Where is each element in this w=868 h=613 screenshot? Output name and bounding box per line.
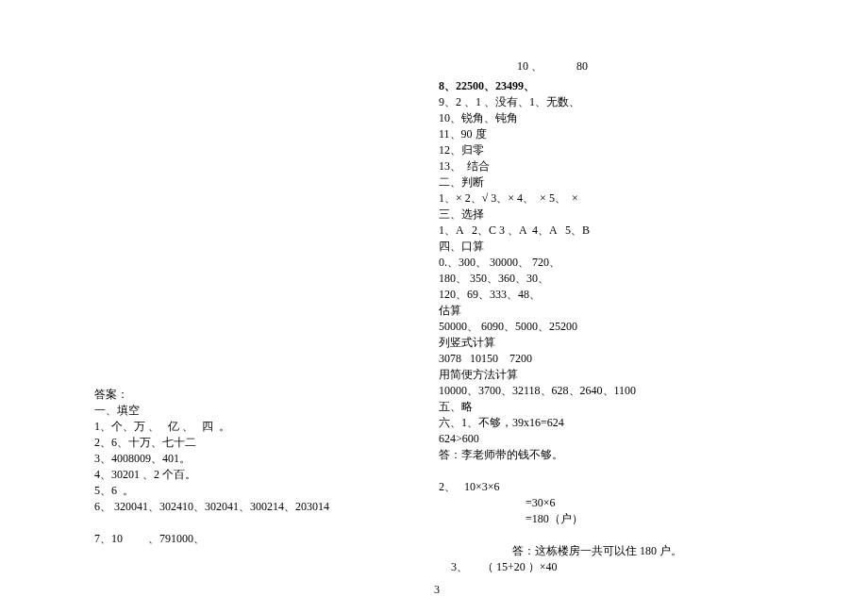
answers-heading: 答案：: [94, 387, 329, 403]
section-3-answer: 1、A 2、C 3 、A 4、A 5、B: [439, 223, 682, 239]
section-3-heading: 三、选择: [439, 207, 682, 223]
mental-calc-row1: 0.、300、 30000、 720、: [439, 255, 682, 271]
top-fragment: 10 、 80: [517, 58, 588, 75]
line-1-answer: 1、个、万 、 亿 、 四 。: [94, 419, 329, 435]
section-5-answer: 五、略: [439, 399, 682, 415]
blank-line: [94, 515, 329, 531]
line-11-answer: 11、90 度: [439, 126, 682, 142]
blank-line: [439, 463, 682, 479]
mental-calc-row3: 120、69、333、48、: [439, 287, 682, 303]
simple-answer: 10000、3700、32118、628、2640、1100: [439, 383, 682, 399]
document-page: 10 、 80 8、22500、23499、 9、2 、1 、没有、1、无数、 …: [0, 0, 868, 613]
line-5-answer: 5、6 。: [94, 483, 329, 499]
line-2-answer: 2、6、十万、七十二: [94, 435, 329, 451]
line-6-answer: 6、 320041、302410、302041、300214、203014: [94, 499, 329, 515]
page-number: 3: [434, 583, 440, 597]
simple-heading: 用简便方法计算: [439, 367, 682, 383]
line-13-answer: 13、 结合: [439, 158, 682, 174]
section-6-2-line1: 2、 10×3×6: [439, 479, 682, 495]
section-6-1-line2: 624>600: [439, 431, 682, 447]
left-column: 答案： 一、填空 1、个、万 、 亿 、 四 。 2、6、十万、七十二 3、40…: [94, 387, 329, 547]
line-4-answer: 4、30201 、2 个百。: [94, 467, 329, 483]
right-column: 8、22500、23499、 9、2 、1 、没有、1、无数、 10、锐角、钝角…: [439, 78, 682, 575]
vertical-heading: 列竖式计算: [439, 335, 682, 351]
line-3-answer: 3、4008009、401。: [94, 451, 329, 467]
line-8-answer: 8、22500、23499、: [439, 78, 682, 94]
section-6-3-line1: 3、 （ 15+20 ）×40: [439, 559, 682, 575]
line-12-answer: 12、归零: [439, 142, 682, 158]
section-6-2-line3: =180（户）: [439, 511, 682, 527]
section-6-2-answer: 答：这栋楼房一共可以住 180 户。: [439, 543, 682, 559]
section-2-heading: 二、判断: [439, 174, 682, 191]
blank-line: [439, 527, 682, 543]
mental-calc-row2: 180、 350、360、30、: [439, 271, 682, 287]
section-2-answer: 1、× 2、√ 3、× 4、 × 5、 ×: [439, 191, 682, 207]
vertical-answer: 3078 10150 7200: [439, 351, 682, 367]
estimate-heading: 估算: [439, 303, 682, 319]
section-6-1-answer: 答：李老师带的钱不够。: [439, 447, 682, 463]
line-10-answer: 10、锐角、钝角: [439, 110, 682, 126]
section-6-1-line1: 六、1、不够，39x16=624: [439, 415, 682, 431]
estimate-answer: 50000、 6090、5000、25200: [439, 319, 682, 335]
line-9-answer: 9、2 、1 、没有、1、无数、: [439, 94, 682, 110]
section-6-2-line2: =30×6: [439, 495, 682, 511]
section-1-heading: 一、填空: [94, 403, 329, 419]
line-7-answer: 7、10 、791000、: [94, 531, 329, 547]
section-4-heading: 四、口算: [439, 239, 682, 255]
